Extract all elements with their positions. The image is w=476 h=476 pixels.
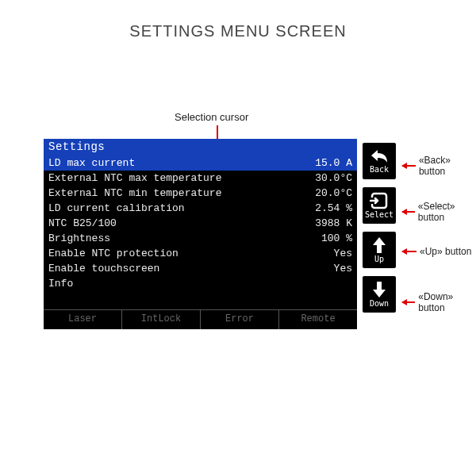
settings-row[interactable]: NTC B25/1003988 K [44, 216, 357, 231]
callout-up: «Up» button [402, 246, 471, 257]
select-enter-icon [370, 192, 389, 209]
settings-row[interactable]: Enable NTC protectionYes [44, 246, 357, 261]
callout-back: «Back» button [402, 155, 476, 177]
back-button[interactable]: Back [361, 141, 397, 181]
settings-row[interactable]: Enable touchscreenYes [44, 261, 357, 276]
settings-row-label: Brightness [48, 232, 110, 245]
status-remote: Remote [279, 310, 357, 329]
settings-row-value: Yes [297, 262, 352, 275]
settings-row-value: 100 % [297, 232, 352, 245]
settings-row[interactable]: Info [44, 276, 357, 291]
back-arrow-icon [370, 148, 389, 164]
callout-arrow-icon [402, 211, 415, 213]
callout-arrow-icon [402, 301, 415, 303]
status-bar: Laser IntLock Error Remote [44, 309, 357, 329]
down-button[interactable]: Down [361, 274, 397, 314]
settings-row-label: LD current calibration [48, 202, 185, 215]
screen-title: Settings [44, 139, 357, 155]
callout-down-text: «Down» button [418, 291, 476, 313]
side-buttons: Back Select Up Down [361, 141, 397, 314]
down-button-label: Down [370, 299, 389, 308]
settings-row-label: LD max current [48, 156, 135, 170]
settings-row-label: Enable touchscreen [48, 262, 159, 275]
callout-back-text: «Back» button [419, 155, 476, 177]
callout-up-text: «Up» button [420, 246, 471, 257]
settings-row-label: Info [48, 277, 73, 290]
settings-row-value: Yes [297, 247, 352, 260]
status-error: Error [201, 310, 279, 329]
back-button-label: Back [370, 165, 389, 174]
settings-row-value [297, 277, 352, 290]
callout-select: «Select» button [402, 201, 476, 223]
settings-row[interactable]: LD max current15.0 A [44, 155, 357, 171]
select-button[interactable]: Select [361, 186, 397, 225]
page-title: SETTINGS MENU SCREEN [0, 0, 476, 40]
settings-row-value: 2.54 % [297, 202, 352, 215]
settings-row-value: 20.0°C [297, 186, 352, 200]
settings-row[interactable]: LD current calibration2.54 % [44, 201, 357, 216]
cursor-label: Selection cursor [175, 111, 248, 123]
settings-list: LD max current15.0 AExternal NTC max tem… [44, 155, 357, 309]
select-button-label: Select [365, 210, 393, 219]
settings-row-label: Enable NTC protection [48, 247, 178, 260]
up-button[interactable]: Up [361, 230, 397, 270]
callout-arrow-icon [402, 251, 416, 252]
callout-select-text: «Select» button [418, 201, 476, 223]
settings-row[interactable]: External NTC min temperature20.0°C [44, 186, 357, 201]
up-button-label: Up [374, 255, 384, 263]
settings-row-label: External NTC max temperature [48, 171, 221, 185]
settings-row-value: 3988 K [297, 217, 352, 230]
settings-row-label: External NTC min temperature [48, 186, 221, 200]
status-laser: Laser [44, 310, 122, 329]
callout-down: «Down» button [402, 291, 476, 313]
device-screen: Settings LD max current15.0 AExternal NT… [44, 139, 357, 329]
settings-row[interactable]: Brightness100 % [44, 231, 357, 246]
callout-arrow-icon [402, 165, 416, 167]
up-arrow-icon [371, 236, 387, 254]
status-intlock: IntLock [122, 310, 201, 329]
settings-row-value: 30.0°C [297, 171, 352, 185]
settings-row[interactable]: External NTC max temperature30.0°C [44, 171, 357, 186]
down-arrow-icon [371, 281, 387, 298]
settings-row-label: NTC B25/100 [48, 217, 117, 230]
settings-row-value: 15.0 A [297, 156, 352, 170]
